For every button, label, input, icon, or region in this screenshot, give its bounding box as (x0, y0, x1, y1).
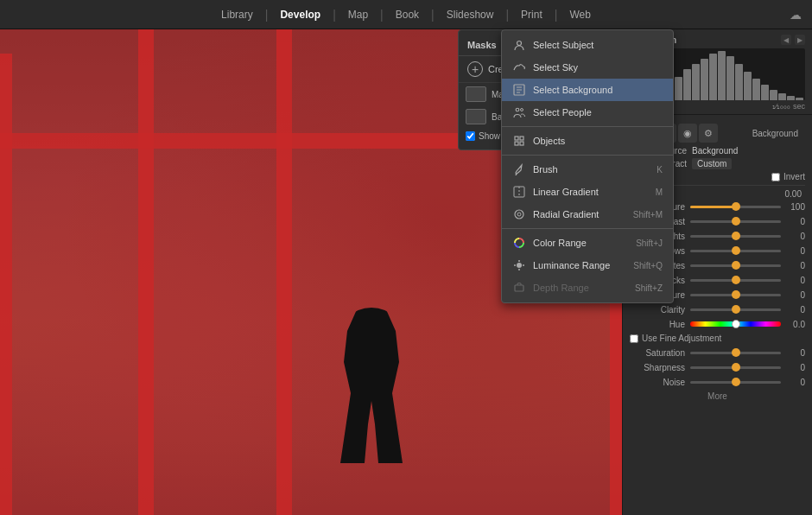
dropdown-sep-1 (502, 126, 673, 127)
svg-point-12 (517, 213, 521, 216)
texture-slider[interactable] (690, 274, 781, 286)
dropdown-depth-range: Depth Range Shift+Z (502, 277, 673, 299)
nav-web[interactable]: Web (557, 0, 602, 29)
select-sky-icon (512, 60, 526, 74)
noise-value: 0 (781, 378, 805, 387)
nav-map[interactable]: Map (336, 0, 380, 29)
clarity-value: 0 (781, 290, 805, 300)
dropdown-select-background[interactable]: Select Background (502, 79, 673, 101)
nav-library[interactable]: Library (209, 0, 265, 29)
mask1-thumbnail (466, 86, 486, 102)
color-range-shortcut: Shift+J (636, 238, 663, 248)
clarity-slider[interactable] (690, 289, 781, 301)
radial-shortcut: Shift+M (633, 210, 663, 219)
histogram-arrow-right[interactable]: ▶ (795, 35, 805, 45)
window-frame-left (138, 29, 154, 515)
cloud-icon[interactable]: ☁ (790, 8, 802, 22)
depth-shortcut: Shift+Z (635, 283, 663, 293)
noise-label: Noise (630, 378, 690, 387)
blacks-slider[interactable] (690, 259, 781, 271)
contrast-value: 100 (781, 202, 805, 212)
luminance-range-icon (512, 258, 526, 272)
adj-row-saturation: Saturation 0 (630, 347, 805, 359)
dropdown-select-subject[interactable]: Select Subject (502, 34, 673, 56)
hue-slider[interactable] (690, 318, 781, 330)
h-bar-16 (761, 85, 769, 100)
dropdown-select-people[interactable]: Select People (502, 101, 673, 124)
dropdown-color-range[interactable]: Color Range Shift+J (502, 232, 673, 254)
fine-adjustment-checkbox[interactable] (630, 334, 638, 343)
gear-icon[interactable]: ⚙ (699, 124, 718, 143)
show-overlay-checkbox[interactable] (466, 131, 475, 141)
objects-icon (512, 134, 526, 148)
select-subject-icon (512, 38, 526, 52)
luminance-range-label: Luminance Range (533, 260, 610, 270)
shadows-slider[interactable] (690, 230, 781, 242)
dropdown-select-sky[interactable]: Select Sky (502, 56, 673, 79)
svg-rect-5 (520, 137, 523, 140)
select-background-label: Select Background (533, 85, 612, 95)
adj-row-sharpness: Sharpness 0 (630, 361, 805, 373)
svg-rect-19 (515, 285, 523, 291)
color-range-icon (512, 236, 526, 250)
blacks-value: 0 (781, 261, 805, 270)
whites-slider[interactable] (690, 245, 781, 257)
custom-dropdown[interactable]: Custom (692, 158, 732, 169)
linear-gradient-label: Linear Gradient (533, 187, 599, 197)
hue-label: Hue (630, 320, 690, 329)
sharpness-slider[interactable] (690, 361, 781, 373)
highlights-slider[interactable] (690, 215, 781, 227)
saturation-slider[interactable] (690, 347, 781, 359)
window-frame-right (276, 29, 292, 515)
dropdown-radial-gradient[interactable]: Radial Gradient Shift+M (502, 203, 673, 226)
invert-checkbox[interactable] (771, 173, 780, 181)
h-bar-15 (752, 79, 760, 100)
texture-value: 0 (781, 276, 805, 285)
noise-slider[interactable] (690, 376, 781, 388)
adj-row-dehaze: Clarity 0 (630, 303, 805, 315)
svg-point-14 (517, 263, 522, 268)
depth-range-icon (512, 281, 526, 295)
adj-row-hue: Hue 0.0 (630, 318, 805, 330)
h-bar-20 (796, 98, 803, 100)
contrast-slider[interactable] (690, 200, 781, 213)
highlights-value: 0 (781, 217, 805, 226)
mask-dropdown-menu: Select Subject Select Sky Select Backgro… (501, 29, 674, 303)
nav-develop[interactable]: Develop (268, 0, 333, 29)
dehaze-slider[interactable] (690, 303, 781, 315)
whites-value: 0 (781, 246, 805, 256)
red-border-left (0, 54, 12, 515)
svg-point-11 (515, 210, 523, 219)
dropdown-luminance-range[interactable]: Luminance Range Shift+Q (502, 254, 673, 277)
fine-adjustment-row: Use Fine Adjustment (630, 334, 805, 343)
svg-point-0 (517, 41, 522, 46)
top-navigation: Library | Develop | Map | Book | Slidesh… (0, 0, 812, 29)
h-bar-8 (692, 64, 700, 100)
h-bar-7 (683, 69, 691, 100)
nav-print[interactable]: Print (509, 0, 555, 29)
h-bar-10 (709, 54, 717, 100)
brush-label: Brush (533, 164, 558, 175)
svg-point-3 (521, 109, 523, 111)
h-bar-14 (744, 72, 752, 100)
nav-slideshow[interactable]: Slideshow (435, 0, 506, 29)
dropdown-brush[interactable]: Brush K (502, 158, 673, 181)
dropdown-linear-gradient[interactable]: Linear Gradient M (502, 181, 673, 203)
plus-circle-icon: + (467, 61, 483, 77)
saturation-value: 0 (781, 348, 805, 358)
select-people-label: Select People (533, 107, 592, 118)
fine-adjustment-label: Use Fine Adjustment (642, 334, 721, 343)
dropdown-objects[interactable]: Objects (502, 130, 673, 152)
more-label: More (630, 391, 805, 401)
eye-icon[interactable]: ◉ (678, 124, 697, 143)
adj-row-noise: Noise 0 (630, 376, 805, 388)
h-bar-12 (726, 56, 734, 100)
luminance-shortcut: Shift+Q (633, 261, 663, 270)
saturation-label: Saturation (630, 348, 690, 358)
h-bar-9 (701, 59, 708, 100)
nav-book[interactable]: Book (384, 0, 431, 29)
background-label: Background (752, 129, 798, 138)
histogram-arrow-left[interactable]: ◀ (781, 35, 791, 45)
select-sky-label: Select Sky (533, 62, 578, 73)
shadows-value: 0 (781, 232, 805, 241)
